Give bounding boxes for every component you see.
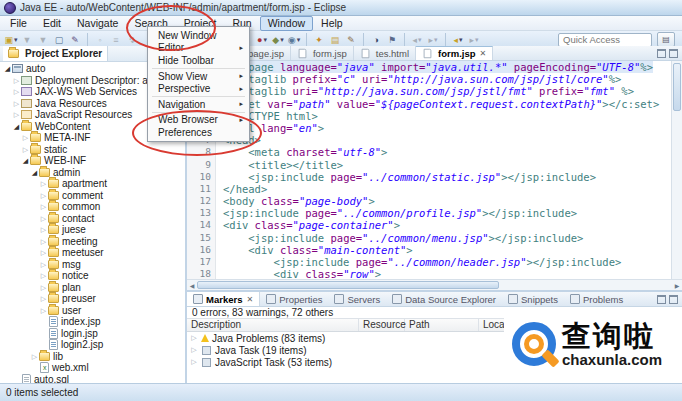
tree-item-common[interactable]: ▷common <box>0 201 185 213</box>
expand-arrow-icon[interactable]: ▷ <box>187 358 201 366</box>
save-all-button[interactable]: ▼ <box>36 33 50 47</box>
column-header-resource[interactable]: Resource <box>359 319 405 331</box>
expand-arrow-icon[interactable]: ▷ <box>12 75 21 86</box>
vertical-scrollbar[interactable] <box>671 61 682 279</box>
expand-arrow-icon[interactable]: ◢ <box>30 167 39 178</box>
step-button[interactable]: ↯ <box>125 33 139 47</box>
scroll-right-icon[interactable]: ▶ <box>672 282 682 289</box>
tree-item-meeting[interactable]: ▷meeting <box>0 236 185 248</box>
menu-item-navigation[interactable]: Navigation▸ <box>149 98 248 111</box>
next-annotation-button[interactable]: ▸▾ <box>426 33 440 47</box>
panel-tab-problems[interactable]: Problems <box>564 292 629 306</box>
new-window-button[interactable]: ▢ <box>52 33 66 47</box>
expand-arrow-icon[interactable]: ▷ <box>39 236 48 247</box>
tree-item-login2-jsp[interactable]: login2.jsp <box>0 339 185 351</box>
minimize-view-icon[interactable] <box>657 49 666 58</box>
tree-item-plan[interactable]: ▷plan <box>0 282 185 294</box>
tree-item-meetuser[interactable]: ▷meetuser <box>0 247 185 259</box>
expand-arrow-icon[interactable]: ▷ <box>30 351 39 362</box>
tree-item-login-jsp[interactable]: login.jsp <box>0 328 185 340</box>
minimize-view-icon[interactable] <box>657 295 666 304</box>
panel-tab-servers[interactable]: Servers <box>328 292 386 306</box>
editor-tab-tes-html[interactable]: tes.html <box>354 46 416 60</box>
tree-item-web-inf[interactable]: ◢WEB-INF <box>0 155 185 167</box>
palette-button[interactable]: ▤ <box>328 33 342 47</box>
menu-navigate[interactable]: Navigate <box>69 16 126 31</box>
menu-item-web-browser[interactable]: Web Browser▸ <box>149 114 248 127</box>
expand-arrow-icon[interactable]: ▷ <box>39 178 48 189</box>
panel-tab-properties[interactable]: Properties <box>260 292 328 306</box>
close-tab-icon[interactable]: ✕ <box>246 295 253 304</box>
debug-button[interactable]: ◆▾ <box>271 33 285 47</box>
menu-edit[interactable]: Edit <box>35 16 69 31</box>
panel-tab-markers[interactable]: Markers✕ <box>187 292 260 306</box>
editor-tab-form-jsp[interactable]: form.jsp✕ <box>416 46 493 60</box>
menu-item-editor[interactable]: Editor▸ <box>149 42 248 55</box>
close-tab-icon[interactable]: ✕ <box>480 49 487 58</box>
expand-arrow-icon[interactable]: ◢ <box>12 121 21 132</box>
expand-arrow-icon[interactable]: ▷ <box>187 334 201 342</box>
tree-item-contact[interactable]: ▷contact <box>0 213 185 225</box>
tree-item-comment[interactable]: ▷comment <box>0 190 185 202</box>
scroll-left-icon[interactable]: ◀ <box>187 282 197 289</box>
tree-item-notice[interactable]: ▷notice <box>0 270 185 282</box>
tree-item-user[interactable]: ▷user <box>0 305 185 317</box>
new-wizard-button[interactable]: ▣▾ <box>4 33 18 47</box>
skip-break-button[interactable]: ◦ <box>93 33 107 47</box>
prev-annotation-button[interactable]: ◂▾ <box>410 33 424 47</box>
expand-arrow-icon[interactable]: ▷ <box>39 270 48 281</box>
expand-arrow-icon[interactable]: ▷ <box>39 213 48 224</box>
mark-button[interactable]: ≡ <box>109 33 123 47</box>
moon-button[interactable]: ◑ <box>369 33 383 47</box>
pencil-button[interactable]: ✎ <box>68 33 82 47</box>
expand-arrow-icon[interactable]: ◢ <box>21 155 30 166</box>
menu-item-hide-toolbar[interactable]: Hide Toolbar <box>149 54 248 67</box>
panel-tab-snippets[interactable]: Snippets <box>502 292 564 306</box>
tree-item-lib[interactable]: ▷lib <box>0 351 185 363</box>
expand-arrow-icon[interactable]: ▷ <box>39 190 48 201</box>
editor-tab-form-jsp[interactable]: form.jsp <box>291 46 354 60</box>
perspective-switcher-icon[interactable]: ▤ <box>657 32 675 47</box>
expand-arrow-icon[interactable]: ▷ <box>39 293 48 304</box>
menu-item-preferences[interactable]: Preferences <box>149 126 248 139</box>
menu-help[interactable]: Help <box>313 16 351 31</box>
menu-file[interactable]: File <box>2 16 35 31</box>
tree-item-admin[interactable]: ◢admin <box>0 167 185 179</box>
back-button[interactable]: ◂▾ <box>451 33 465 47</box>
expand-arrow-icon[interactable]: ▷ <box>39 282 48 293</box>
panel-tab-data-source-explorer[interactable]: Data Source Explorer <box>386 292 502 306</box>
expand-arrow-icon[interactable]: ▷ <box>21 144 30 155</box>
open-wizard-button[interactable]: ✦ <box>312 33 326 47</box>
horizontal-scrollbar[interactable]: ◀ ▶ <box>187 279 682 290</box>
tab-project-explorer[interactable]: Project Explorer <box>3 46 108 61</box>
maximize-view-icon[interactable] <box>669 295 678 304</box>
tree-item-juese[interactable]: ▷juese <box>0 224 185 236</box>
horizontal-scrollbar-thumb[interactable] <box>197 281 499 289</box>
expand-arrow-icon[interactable]: ▷ <box>39 305 48 316</box>
maximize-view-icon[interactable] <box>669 49 678 58</box>
tree-item-static[interactable]: ▷static <box>0 144 185 156</box>
tree-item-preuser[interactable]: ▷preuser <box>0 293 185 305</box>
forward-button[interactable]: ▸▾ <box>467 33 481 47</box>
expand-arrow-icon[interactable]: ▷ <box>39 224 48 235</box>
expand-arrow-icon[interactable]: ▷ <box>187 346 201 354</box>
expand-arrow-icon[interactable]: ▷ <box>12 86 21 97</box>
expand-arrow-icon[interactable]: ▷ <box>39 201 48 212</box>
flag-button[interactable]: ⚑ <box>385 33 399 47</box>
expand-arrow-icon[interactable]: ▷ <box>12 98 21 109</box>
menu-item-perspective[interactable]: Perspective▸ <box>149 82 248 95</box>
expand-arrow-icon[interactable]: ▷ <box>39 259 48 270</box>
expand-arrow-icon[interactable]: ◢ <box>3 63 12 74</box>
menu-window[interactable]: Window <box>260 16 313 31</box>
menu-item-new-window[interactable]: New Window <box>149 29 248 42</box>
expand-arrow-icon[interactable]: ▷ <box>39 247 48 258</box>
column-header-path[interactable]: Path <box>405 319 479 331</box>
expand-arrow-icon[interactable]: ▷ <box>21 132 30 143</box>
code-editor[interactable]: 1<%@ page language="java" import="java.u… <box>187 61 682 279</box>
menu-item-show-view[interactable]: Show View▸ <box>149 70 248 83</box>
profile-button[interactable]: ◉▾ <box>287 33 301 47</box>
tree-item-msg[interactable]: ▷msg <box>0 259 185 271</box>
run-last-button[interactable]: ●▾ <box>255 33 269 47</box>
column-header-description[interactable]: Description <box>187 319 359 331</box>
tree-item-web-xml[interactable]: web.xml <box>0 362 185 374</box>
